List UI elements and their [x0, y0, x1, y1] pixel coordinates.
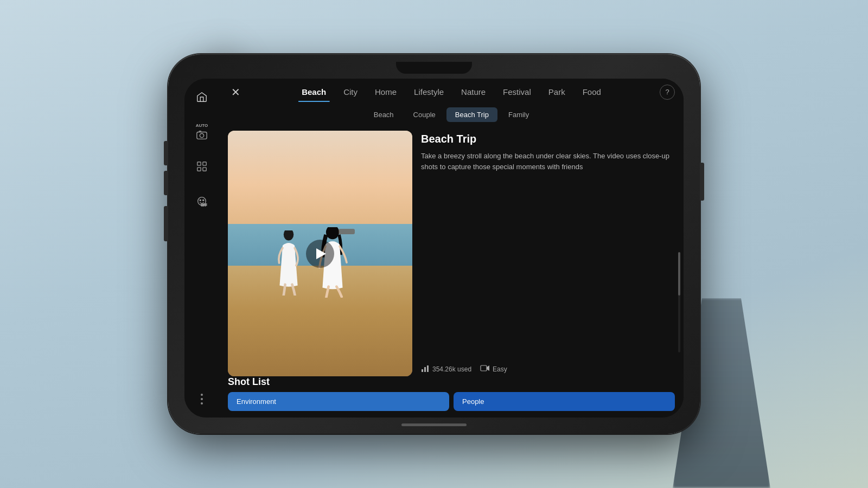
- difficulty-stat: Easy: [480, 364, 507, 374]
- main-panel: Beach Trip Take a breezy stroll along th…: [228, 131, 675, 376]
- figure-1: [274, 230, 304, 296]
- svg-rect-12: [422, 369, 423, 372]
- phone-screen: AUTO: [184, 79, 684, 418]
- home-indicator: [401, 423, 467, 426]
- description-panel: Beach Trip Take a breezy stroll along th…: [421, 131, 675, 376]
- tab-festival[interactable]: Festival: [495, 84, 539, 100]
- tab-city[interactable]: City: [336, 84, 365, 100]
- content-area: Beach Trip Take a breezy stroll along th…: [219, 126, 684, 418]
- play-icon: [316, 248, 326, 259]
- tab-home[interactable]: Home: [367, 84, 404, 100]
- auto-label-text: AUTO: [196, 123, 208, 128]
- tab-beach[interactable]: Beach: [294, 84, 334, 100]
- svg-point-11: [326, 227, 339, 239]
- volume-up-button[interactable]: [164, 141, 168, 165]
- video-icon: [480, 364, 490, 374]
- grid-icon[interactable]: [192, 157, 212, 176]
- pill-family[interactable]: Family: [500, 107, 538, 122]
- pill-beach-trip[interactable]: Beach Trip: [446, 107, 497, 122]
- background-object: [339, 229, 355, 234]
- nav-tabs: Beach City Home Lifestyle Nature Festiva…: [247, 84, 655, 100]
- chart-svg: [421, 364, 430, 373]
- pill-beach[interactable]: Beach: [365, 107, 403, 122]
- effect-icon[interactable]: OFF: [192, 191, 212, 211]
- stats-row: 354.26k used Easy: [421, 359, 675, 374]
- svg-point-1: [200, 133, 203, 137]
- tab-lifestyle[interactable]: Lifestyle: [406, 84, 451, 100]
- home-svg: [196, 91, 208, 103]
- dot-3: [201, 402, 203, 404]
- svg-rect-4: [197, 168, 201, 171]
- tab-park[interactable]: Park: [541, 84, 573, 100]
- svg-rect-2: [197, 162, 201, 165]
- phone-body: AUTO: [168, 54, 700, 434]
- svg-rect-0: [197, 132, 207, 139]
- content-title: Beach Trip: [421, 133, 675, 145]
- shot-list-section: Shot List Environment People: [228, 376, 675, 411]
- grid-svg: [196, 160, 208, 172]
- scroll-indicator: [678, 252, 680, 352]
- bar-chart-icon: [421, 364, 430, 374]
- sidebar: AUTO: [184, 79, 219, 418]
- svg-rect-14: [427, 365, 429, 372]
- sub-nav: Beach Couple Beach Trip Family: [219, 103, 684, 126]
- tab-nature[interactable]: Nature: [454, 84, 493, 100]
- svg-rect-13: [424, 367, 426, 372]
- pill-couple[interactable]: Couple: [405, 107, 444, 122]
- video-svg: [480, 364, 490, 372]
- play-button[interactable]: [306, 240, 334, 268]
- usage-value: 354.26k used: [432, 365, 471, 373]
- scroll-thumb[interactable]: [678, 252, 680, 296]
- shot-list-title: Shot List: [228, 376, 675, 388]
- power-button-right[interactable]: [700, 163, 704, 201]
- svg-text:OFF: OFF: [201, 203, 207, 207]
- top-nav: ✕ Beach City Home Lifestyle Nature Festi…: [219, 79, 684, 103]
- effect-svg: OFF: [196, 195, 208, 207]
- dot-1: [201, 394, 203, 396]
- video-thumbnail[interactable]: [228, 131, 412, 376]
- phone-device: AUTO: [168, 54, 700, 434]
- svg-rect-15: [481, 365, 487, 371]
- home-icon[interactable]: [192, 87, 212, 107]
- help-button[interactable]: ?: [660, 85, 675, 100]
- content-description: Take a breezy stroll along the beach und…: [421, 151, 675, 172]
- tab-food[interactable]: Food: [575, 84, 609, 100]
- volume-down-button[interactable]: [164, 171, 168, 195]
- usage-stat: 354.26k used: [421, 364, 471, 374]
- svg-point-7: [200, 200, 201, 201]
- shot-list-tabs: Environment People: [228, 392, 675, 411]
- svg-rect-3: [203, 162, 206, 165]
- camera-svg: [196, 129, 208, 141]
- shot-tab-people[interactable]: People: [454, 392, 675, 411]
- more-options-icon[interactable]: [192, 389, 212, 409]
- shot-tab-environment[interactable]: Environment: [228, 392, 449, 411]
- close-button[interactable]: ✕: [228, 85, 243, 100]
- dot-2: [201, 398, 203, 400]
- svg-rect-5: [203, 168, 206, 171]
- environment-tab-label: Environment: [237, 397, 276, 406]
- svg-point-8: [203, 200, 204, 201]
- svg-point-10: [284, 230, 293, 240]
- auto-camera-icon[interactable]: AUTO: [192, 122, 212, 142]
- power-button-left[interactable]: [164, 206, 168, 241]
- difficulty-value: Easy: [493, 365, 507, 373]
- main-content: ✕ Beach City Home Lifestyle Nature Festi…: [219, 79, 684, 418]
- people-tab-label: People: [462, 397, 484, 406]
- phone-notch: [396, 62, 472, 74]
